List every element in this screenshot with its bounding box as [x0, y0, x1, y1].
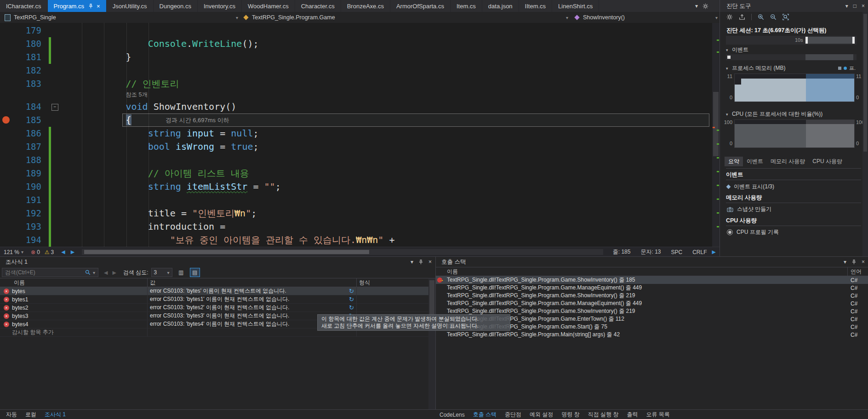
- file-tab-BronzeAxe.cs[interactable]: BronzeAxe.cs: [341, 0, 390, 12]
- watch-row[interactable]: ×byteserror CS0103: 'bytes' 이름이 현재 컨텍스트에…: [0, 287, 435, 295]
- watch-row[interactable]: ×bytes2error CS0103: 'bytes2' 이름이 현재 컨텍스…: [0, 304, 435, 312]
- events-section-header[interactable]: ▾ 이벤트: [726, 46, 748, 54]
- call-stack-frame[interactable]: TextRPG_Single.dll!TextRPG_Single.Progra…: [436, 292, 868, 300]
- watch-view-option-icon[interactable]: ▥: [176, 268, 186, 277]
- scrollbar-thumb[interactable]: [713, 92, 719, 156]
- record-cpu-profile-link[interactable]: CPU 프로필 기록: [727, 228, 779, 236]
- bottom-tab-자동[interactable]: 자동: [2, 411, 21, 419]
- code-editor[interactable]: 179180 Console.WriteLine();181 }182183 /…: [0, 23, 720, 247]
- file-tab-Program.cs[interactable]: Program.cs×: [48, 0, 107, 12]
- column-header-name[interactable]: 이름: [0, 278, 148, 287]
- outline-collapse-button[interactable]: −: [51, 104, 58, 111]
- tab-list-chevron-icon[interactable]: ▾: [695, 3, 698, 9]
- error-count-icon[interactable]: ⊗: [31, 249, 35, 255]
- scroll-right-icon[interactable]: ▶: [712, 249, 716, 255]
- bottom-tab-직접 실행 창[interactable]: 직접 실행 창: [584, 411, 623, 419]
- file-tab-ArmorOfSparta.cs[interactable]: ArmorOfSparta.cs: [390, 0, 451, 12]
- memory-graph[interactable]: 11 0 11 0: [720, 73, 868, 103]
- bottom-tab-조사식 1[interactable]: 조사식 1: [40, 411, 70, 419]
- file-tab-LinenShirt.cs[interactable]: LinenShirt.cs: [552, 0, 599, 12]
- diagnostic-tools-header[interactable]: 진단 도구 ▾ □ ×: [720, 0, 868, 12]
- expander-icon[interactable]: ▾: [726, 66, 728, 71]
- column-header-name[interactable]: 이름: [436, 267, 848, 276]
- bottom-tab-출력[interactable]: 출력: [622, 411, 642, 419]
- zoom-level[interactable]: 121 %: [4, 249, 19, 255]
- call-stack-header[interactable]: 호출 스택 ▾ ×: [436, 257, 868, 267]
- bottom-tab-명령 창[interactable]: 명령 창: [557, 411, 583, 419]
- selection-handle-right[interactable]: [852, 37, 855, 44]
- cpu-graph[interactable]: 100 0 100 0: [720, 119, 868, 149]
- search-previous-icon[interactable]: ◀: [104, 270, 108, 276]
- file-tab-ICharacter.cs[interactable]: ICharacter.cs: [0, 0, 48, 12]
- call-stack-frame[interactable]: TextRPG_Single.dll!TextRPG_Single.Progra…: [436, 284, 868, 292]
- cpu-section-header[interactable]: ▾ CPU (모든 프로세서에 대한 비율(%)): [726, 110, 822, 118]
- diag-tab-이벤트[interactable]: 이벤트: [743, 157, 767, 166]
- pin-icon[interactable]: [418, 260, 423, 265]
- show-events-link[interactable]: 이벤트 표시(1/3): [727, 183, 774, 191]
- column-header-type[interactable]: 형식: [357, 278, 435, 287]
- search-icon[interactable]: [85, 270, 91, 275]
- breakpoint-indicator[interactable]: [2, 116, 10, 124]
- scrollbar-thumb[interactable]: [84, 250, 369, 254]
- window-position-icon[interactable]: ▾: [844, 259, 846, 265]
- bottom-tab-호출 스택[interactable]: 호출 스택: [469, 411, 501, 419]
- expander-icon[interactable]: ▾: [726, 48, 728, 52]
- refresh-icon[interactable]: ↻: [349, 304, 354, 311]
- file-tab-JsonUtility.cs[interactable]: JsonUtility.cs: [107, 0, 154, 12]
- watch-panel-header[interactable]: 조사식 1 ▾ ×: [0, 257, 435, 267]
- file-tab-Item.cs[interactable]: Item.cs: [451, 0, 482, 12]
- bottom-tab-예외 설정[interactable]: 예외 설정: [525, 411, 557, 419]
- call-stack-frame[interactable]: TextRPG_Single.dll!TextRPG_Single.Progra…: [436, 331, 868, 339]
- perf-tip[interactable]: 경과 시간 6,697ms 이하: [166, 113, 229, 127]
- event-marker[interactable]: [727, 56, 731, 59]
- search-next-icon[interactable]: ▶: [112, 270, 116, 276]
- file-tab-data.json[interactable]: data.json: [482, 0, 519, 12]
- zoom-out-icon[interactable]: [770, 14, 777, 20]
- type-dropdown[interactable]: TextRPG_Single.Program.Game ▾: [239, 12, 574, 23]
- editor-vertical-scrollbar[interactable]: [712, 23, 720, 247]
- pin-icon[interactable]: [851, 260, 857, 265]
- zoom-in-icon[interactable]: [758, 14, 764, 20]
- refresh-icon[interactable]: ↻: [349, 288, 354, 294]
- diag-tab-메모리 사용량[interactable]: 메모리 사용량: [767, 157, 809, 166]
- call-stack-frame[interactable]: →TextRPG_Single.dll!TextRPG_Single.Progr…: [436, 276, 868, 284]
- watch-row[interactable]: ×bytes1error CS0103: 'bytes1' 이름이 현재 컨텍스…: [0, 295, 435, 304]
- bottom-tab-오류 목록[interactable]: 오류 목록: [642, 411, 674, 419]
- float-window-icon[interactable]: □: [853, 3, 857, 9]
- file-tab-Inventory.cs[interactable]: Inventory.cs: [198, 0, 242, 12]
- diag-tab-요약[interactable]: 요약: [725, 157, 743, 166]
- bottom-tab-로컬[interactable]: 로컬: [21, 411, 40, 419]
- codelens-references[interactable]: 참조 5개: [0, 91, 720, 100]
- settings-gear-icon[interactable]: [726, 14, 733, 20]
- export-icon[interactable]: [739, 14, 745, 20]
- warning-count-icon[interactable]: ⚠: [45, 249, 50, 255]
- zoom-reset-icon[interactable]: [782, 14, 789, 20]
- expander-icon[interactable]: ▾: [726, 112, 728, 117]
- close-icon[interactable]: ×: [862, 3, 865, 9]
- project-dropdown[interactable]: TextRPG_Single ▾: [0, 12, 244, 23]
- events-track[interactable]: [726, 54, 857, 60]
- watch-search-input[interactable]: 검색(Ctrl+E) ▾: [2, 268, 98, 277]
- navigate-forward-icon[interactable]: ▶: [71, 249, 74, 255]
- take-snapshot-link[interactable]: 스냅샷 만들기: [727, 205, 771, 213]
- close-icon[interactable]: ×: [862, 259, 865, 265]
- memory-section-header[interactable]: ▾ 프로세스 메모리 (MB): [726, 64, 786, 72]
- chevron-down-icon[interactable]: ▾: [93, 270, 95, 275]
- document-options-gear-icon[interactable]: [702, 3, 708, 9]
- column-header-value[interactable]: 값: [148, 278, 357, 287]
- bottom-tab-CodeLens[interactable]: CodeLens: [435, 412, 469, 418]
- file-tab-Character.cs[interactable]: Character.cs: [295, 0, 341, 12]
- file-tab-IItem.cs[interactable]: IItem.cs: [519, 0, 553, 12]
- timeline-selection-range[interactable]: [808, 37, 852, 44]
- watch-scrollbar[interactable]: [428, 278, 435, 410]
- column-header-language[interactable]: 언어: [848, 267, 868, 276]
- call-stack-frame[interactable]: TextRPG_Single.dll!TextRPG_Single.Progra…: [436, 300, 868, 307]
- close-icon[interactable]: ×: [97, 3, 100, 10]
- memory-legend[interactable]: 프.: [838, 65, 856, 72]
- file-tab-WoodHamer.cs[interactable]: WoodHamer.cs: [242, 0, 295, 12]
- search-depth-dropdown[interactable]: 3 ▾: [151, 268, 172, 277]
- diagnostics-timeline[interactable]: 10s: [726, 36, 857, 45]
- close-icon[interactable]: ×: [428, 259, 432, 265]
- bottom-tab-중단점[interactable]: 중단점: [501, 411, 525, 419]
- editor-horizontal-scrollbar[interactable]: [82, 249, 603, 255]
